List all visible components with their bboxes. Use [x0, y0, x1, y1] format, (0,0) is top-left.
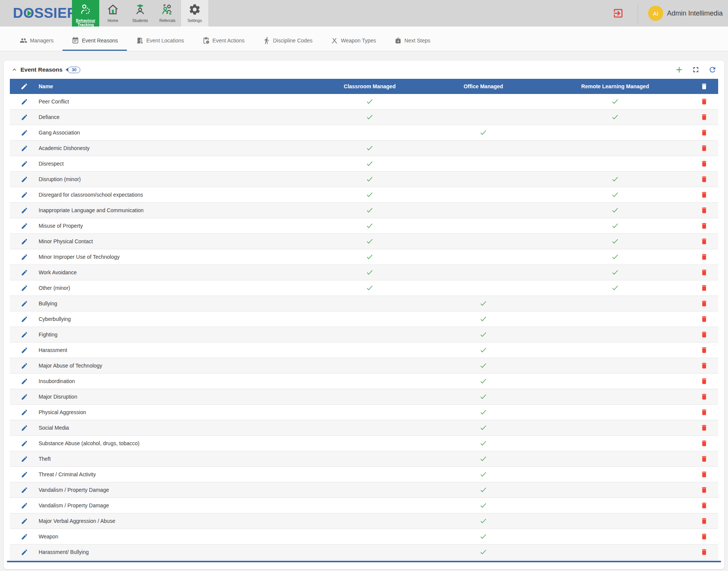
check-icon: [366, 206, 374, 214]
delete-row-icon[interactable]: [700, 517, 708, 525]
collapse-chevron-icon[interactable]: [11, 67, 17, 73]
horizontal-scrollbar[interactable]: [7, 561, 721, 562]
delete-row-icon[interactable]: [700, 98, 708, 105]
delete-row-icon[interactable]: [700, 129, 708, 136]
delete-row-icon[interactable]: [700, 424, 708, 432]
office-managed-check: [426, 175, 540, 183]
edit-row-icon[interactable]: [21, 238, 28, 245]
delete-row-icon[interactable]: [700, 533, 708, 540]
edit-row-icon[interactable]: [21, 378, 28, 385]
edit-row-icon[interactable]: [21, 160, 28, 167]
edit-row-icon[interactable]: [21, 331, 28, 338]
nav-label: Referrals: [159, 19, 176, 23]
classroom-managed-check: [313, 361, 426, 370]
tab-event-actions[interactable]: Event Actions: [193, 31, 254, 51]
edit-row-icon[interactable]: [21, 145, 28, 152]
logout-icon[interactable]: [612, 8, 624, 19]
remote-learning-managed-check: [540, 299, 690, 308]
panel-header: Event Reasons 30: [4, 61, 724, 79]
edit-row-icon[interactable]: [21, 222, 28, 230]
nav-item-behaviour-tracking[interactable]: Behaviour Tracking: [72, 0, 99, 27]
delete-row-icon[interactable]: [700, 206, 708, 214]
edit-row-icon[interactable]: [21, 98, 28, 105]
edit-row-icon[interactable]: [21, 207, 28, 214]
delete-row-icon[interactable]: [700, 440, 708, 447]
tab-weapon-types[interactable]: Weapon Types: [322, 31, 385, 51]
edit-row-icon[interactable]: [21, 549, 28, 556]
check-icon: [479, 455, 487, 463]
behaviour-tracking-icon: [79, 3, 92, 17]
edit-row-icon[interactable]: [21, 440, 28, 447]
edit-row-icon[interactable]: [21, 176, 28, 183]
delete-row-icon[interactable]: [700, 315, 708, 323]
delete-row-icon[interactable]: [700, 144, 708, 152]
edit-row-icon[interactable]: [21, 285, 28, 292]
delete-row-icon[interactable]: [700, 238, 708, 245]
office-managed-check: [426, 284, 540, 292]
delete-row-icon[interactable]: [700, 253, 708, 261]
tab-managers[interactable]: Managers: [11, 31, 62, 51]
edit-row-icon[interactable]: [21, 393, 28, 400]
delete-row-icon[interactable]: [700, 284, 708, 292]
edit-row-icon[interactable]: [21, 409, 28, 416]
delete-row-icon[interactable]: [700, 362, 708, 369]
tab-event-locations[interactable]: Event Locations: [127, 31, 193, 51]
edit-row-icon[interactable]: [21, 518, 28, 525]
edit-row-icon[interactable]: [21, 362, 28, 369]
delete-row-icon[interactable]: [700, 502, 708, 509]
delete-row-icon[interactable]: [700, 408, 708, 416]
column-header-remote: Remote Learning Managed: [540, 83, 690, 89]
remote-learning-managed-check: [540, 486, 690, 494]
delete-row-icon[interactable]: [700, 175, 708, 183]
check-icon: [479, 501, 487, 510]
delete-row-icon[interactable]: [700, 548, 708, 556]
delete-row-icon[interactable]: [700, 471, 708, 478]
edit-row-icon[interactable]: [21, 114, 28, 121]
delete-row-icon[interactable]: [700, 377, 708, 385]
edit-row-icon[interactable]: [21, 471, 28, 478]
edit-row-icon[interactable]: [21, 455, 28, 463]
tab-discipline-codes[interactable]: Discipline Codes: [254, 31, 322, 51]
table-row: Disrespect: [10, 156, 718, 172]
delete-row-icon[interactable]: [700, 393, 708, 400]
dossier-logo[interactable]: DOSSIER: [0, 0, 72, 27]
edit-row-icon[interactable]: [21, 191, 28, 199]
nav-item-students[interactable]: Students: [127, 0, 154, 27]
fullscreen-button[interactable]: [692, 66, 700, 74]
delete-row-icon[interactable]: [700, 160, 708, 167]
refresh-button[interactable]: [708, 66, 717, 74]
delete-row-icon[interactable]: [700, 346, 708, 354]
edit-row-icon[interactable]: [21, 300, 28, 307]
avatar[interactable]: AI: [648, 6, 663, 21]
edit-row-icon[interactable]: [21, 347, 28, 354]
add-button[interactable]: [675, 66, 683, 74]
delete-row-icon[interactable]: [700, 331, 708, 338]
nav-item-referrals[interactable]: Referrals: [154, 0, 181, 27]
table-row: Substance Abuse (alcohol, drugs, tobacco…: [10, 436, 718, 451]
tab-next-steps[interactable]: Next Steps: [385, 31, 439, 51]
delete-row-icon[interactable]: [700, 269, 708, 276]
delete-row-icon[interactable]: [700, 486, 708, 494]
office-managed-check: [426, 424, 540, 432]
edit-row-icon[interactable]: [21, 487, 28, 494]
edit-row-icon[interactable]: [21, 502, 28, 509]
edit-row-icon[interactable]: [21, 269, 28, 276]
edit-row-icon[interactable]: [21, 424, 28, 432]
remote-learning-managed-check: [540, 113, 690, 121]
edit-row-icon[interactable]: [21, 129, 28, 136]
check-icon: [611, 113, 619, 121]
edit-row-icon[interactable]: [21, 253, 28, 261]
delete-row-icon[interactable]: [700, 300, 708, 307]
classroom-managed-check: [313, 144, 426, 152]
classroom-managed-check: [313, 548, 426, 556]
delete-row-icon[interactable]: [700, 222, 708, 230]
edit-row-icon[interactable]: [21, 533, 28, 540]
nav-item-settings[interactable]: Settings: [181, 0, 208, 27]
delete-row-icon[interactable]: [700, 113, 708, 121]
delete-row-icon[interactable]: [700, 455, 708, 463]
panel-title: Event Reasons: [20, 66, 62, 73]
nav-item-home[interactable]: Home: [99, 0, 127, 27]
delete-row-icon[interactable]: [700, 191, 708, 199]
tab-event-reasons[interactable]: Event Reasons: [62, 31, 127, 51]
edit-row-icon[interactable]: [21, 316, 28, 323]
